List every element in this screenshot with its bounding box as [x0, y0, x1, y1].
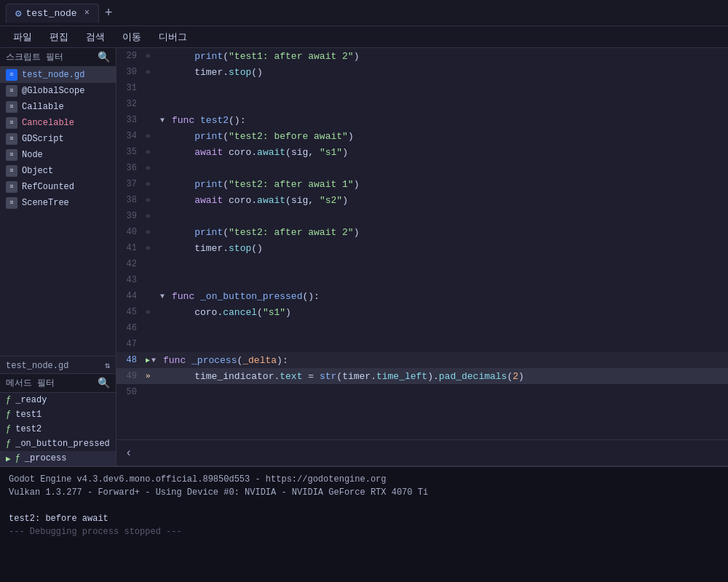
fold-33: ▼ [160, 116, 170, 124]
script-filter-row: 스크립트 필터 🔍 [0, 48, 116, 67]
code-line-42: 42 [116, 256, 728, 272]
line-number-45: 45 [116, 307, 146, 317]
code-line-46: 46 [116, 320, 728, 336]
code-line-37: 37 » print("test2: after await 1") [116, 176, 728, 192]
exec-indicator-48: ▶ [146, 356, 151, 364]
line-arrow-40: » [146, 228, 160, 236]
sort-icon[interactable]: ⇅ [105, 360, 110, 371]
tab-file-icon: ⚙ [15, 7, 21, 20]
method-item-process[interactable]: ▶ ƒ _process [0, 451, 116, 466]
menu-file[interactable]: 파일 [6, 29, 39, 45]
method-label-ready: _ready [15, 395, 47, 405]
active-tab[interactable]: ⚙ test_node × [6, 4, 99, 23]
line-content-35: await coro.await(sig, "s1") [170, 147, 728, 158]
line-arrow-39: » [146, 212, 160, 220]
line-content-37: print("test2: after await 1") [170, 179, 728, 190]
code-line-43: 43 [116, 272, 728, 288]
method-icon-process: ƒ [15, 453, 20, 463]
method-item-ready[interactable]: ƒ _ready [0, 393, 116, 407]
line-arrow-49: » [146, 372, 160, 380]
sidebar: 스크립트 필터 🔍 ≡ test_node.gd ≡ @GlobalScope … [0, 48, 116, 466]
sidebar-item-label: Callable [22, 102, 64, 112]
code-line-35: 35 » await coro.await(sig, "s1") [116, 144, 728, 160]
method-filter-row: 메서드 필터 🔍 [0, 373, 116, 393]
line-content-49: time_indicator.text = str(timer.time_lef… [170, 371, 728, 382]
code-line-47: 47 [116, 336, 728, 352]
code-line-36: 36 » [116, 160, 728, 176]
code-line-41: 41 » timer.stop() [116, 240, 728, 256]
item-icon-gdscript: ≡ [6, 133, 17, 145]
script-filter-icon[interactable]: 🔍 [98, 51, 110, 63]
sidebar-item-test-node-gd[interactable]: ≡ test_node.gd [0, 67, 116, 83]
sidebar-item-gdscript[interactable]: ≡ GDScript [0, 131, 116, 147]
line-number-36: 36 [116, 163, 146, 173]
method-item-test2[interactable]: ƒ test2 [0, 422, 116, 436]
method-filter-icon[interactable]: 🔍 [98, 377, 110, 389]
method-filter-label: 메서드 필터 [6, 377, 55, 389]
console-line-5: --- Debugging process stopped --- [9, 525, 719, 538]
item-icon-test-node: ≡ [6, 69, 17, 81]
method-item-test1[interactable]: ƒ test1 [0, 407, 116, 422]
line-content-45: coro.cancel("s1") [170, 307, 728, 318]
line-content-44: func _on_button_pressed(): [170, 291, 728, 302]
code-line-50: 50 [116, 384, 728, 400]
line-number-44: 44 [116, 291, 146, 301]
sidebar-item-node[interactable]: ≡ Node [0, 147, 116, 163]
code-line-44: 44 ▼ func _on_button_pressed(): [116, 288, 728, 304]
line-number-37: 37 [116, 179, 146, 189]
menu-debug[interactable]: 디버그 [151, 29, 194, 45]
line-arrow-35: » [146, 148, 160, 156]
console-line-3 [9, 499, 719, 512]
line-number-34: 34 [116, 131, 146, 141]
line-number-32: 32 [116, 99, 146, 109]
sidebar-filename-row: test_node.gd ⇅ [0, 358, 116, 373]
line-number-30: 30 [116, 67, 146, 77]
code-line-49: 49 » time_indicator.text = str(timer.tim… [116, 368, 728, 384]
tab-close-button[interactable]: × [84, 8, 90, 18]
sidebar-divider [0, 356, 116, 356]
sidebar-item-label: @GlobalScope [22, 86, 84, 96]
code-editor[interactable]: 29 » print("test1: after await 2") 30 » … [116, 48, 728, 466]
menu-goto[interactable]: 이동 [115, 29, 149, 45]
method-icon-ready: ƒ [6, 395, 11, 405]
code-line-45: 45 » coro.cancel("s1") [116, 304, 728, 320]
line-arrow-36: » [146, 164, 160, 172]
menu-bar: 파일 편집 검색 이동 디버그 [0, 26, 728, 48]
line-arrow-34: » [146, 132, 160, 140]
item-icon-refcounted: ≡ [6, 181, 17, 193]
code-line-32: 32 [116, 96, 728, 112]
sidebar-item-object[interactable]: ≡ Object [0, 163, 116, 179]
line-content-40: print("test2: after await 2") [170, 227, 728, 238]
sidebar-item-cancelable[interactable]: ≡ Cancelable [0, 115, 116, 131]
code-line-40: 40 » print("test2: after await 2") [116, 224, 728, 240]
tab-bar: ⚙ test_node × + [0, 0, 728, 26]
new-tab-button[interactable]: + [105, 6, 113, 20]
fold-44: ▼ [160, 292, 170, 300]
sidebar-item-scenetree[interactable]: ≡ SceneTree [0, 195, 116, 211]
line-number-46: 46 [116, 323, 146, 333]
sidebar-item-callable[interactable]: ≡ Callable [0, 99, 116, 115]
sidebar-item-refcounted[interactable]: ≡ RefCounted [0, 179, 116, 195]
menu-search[interactable]: 검색 [79, 29, 112, 45]
back-chevron-button[interactable]: ‹ [125, 447, 132, 460]
code-line-48: 48 ▶ ▼ func _process(_delta): [116, 352, 728, 368]
code-line-29: 29 » print("test1: after await 2") [116, 48, 728, 64]
console-area: Godot Engine v4.3.dev6.mono.official.898… [0, 466, 728, 582]
method-item-on-button-pressed[interactable]: ƒ _on_button_pressed [0, 436, 116, 451]
item-icon-scenetree: ≡ [6, 197, 17, 209]
sidebar-item-label: Cancelable [22, 118, 74, 128]
menu-edit[interactable]: 편집 [42, 29, 76, 45]
line-number-43: 43 [116, 275, 146, 285]
run-icon-process: ▶ [6, 454, 11, 463]
script-list: ≡ test_node.gd ≡ @GlobalScope ≡ Callable… [0, 67, 116, 354]
line-number-33: 33 [116, 115, 146, 125]
line-content-48: func _process(_delta): [162, 355, 728, 366]
line-arrow-30: » [146, 68, 160, 76]
line-arrow-37: » [146, 180, 160, 188]
item-icon-object: ≡ [6, 165, 17, 177]
line-number-31: 31 [116, 83, 146, 93]
line-number-41: 41 [116, 243, 146, 253]
code-line-33: 33 ▼ func test2(): [116, 112, 728, 128]
sidebar-item-global-scope[interactable]: ≡ @GlobalScope [0, 83, 116, 99]
sidebar-item-label: test_node.gd [22, 70, 84, 80]
